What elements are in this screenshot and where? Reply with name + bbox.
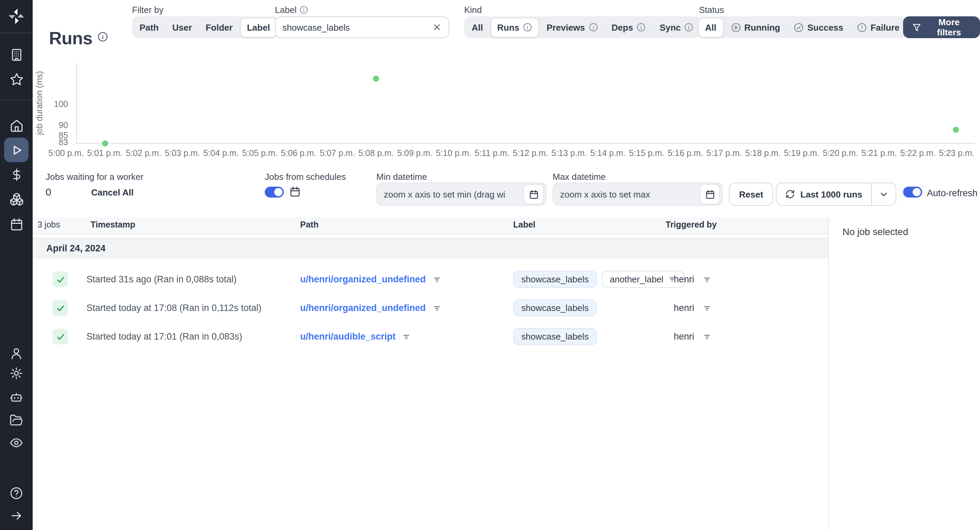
filter-by-user-icon[interactable] [702, 332, 712, 341]
run-path-link[interactable]: u/henri/audible_script [300, 331, 396, 342]
label-chip[interactable]: showcase_labels [513, 328, 597, 345]
chart-data-point[interactable] [953, 126, 959, 132]
x-tick-label: 5:19 p.m. [784, 148, 819, 158]
status-running[interactable]: Running [724, 18, 786, 37]
sidebar-item-resources[interactable] [4, 188, 29, 210]
runs-page: Runs Filter by Path User Folder Label La… [0, 0, 980, 530]
success-status-badge [52, 300, 68, 316]
jobs-count: 3 jobs [37, 220, 60, 230]
x-tick-label: 5:10 p.m. [436, 148, 471, 158]
sidebar-item-schedules[interactable] [4, 213, 29, 235]
folder-open-icon [10, 413, 23, 427]
kind-deps[interactable]: Deps [605, 18, 652, 37]
previews-info-icon[interactable] [588, 22, 598, 32]
x-tick-label: 5:13 p.m. [552, 148, 587, 158]
label-chip[interactable]: showcase_labels [513, 299, 597, 316]
filter-by-label-option[interactable]: Label [240, 18, 277, 37]
sidebar-item-favorites[interactable] [4, 68, 29, 90]
check-icon [56, 275, 65, 284]
auto-refresh-toggle[interactable] [903, 187, 922, 198]
refresh-runs-button[interactable]: Last 1000 runs [776, 183, 871, 205]
x-tick-label: 5:22 p.m. [900, 148, 935, 158]
auto-refresh-label: Auto-refresh [927, 188, 978, 198]
filter-by-user[interactable]: User [166, 18, 198, 37]
filter-by-folder[interactable]: Folder [199, 18, 239, 37]
chart-data-point[interactable] [102, 140, 108, 146]
col-triggered-by: Triggered by [666, 220, 717, 230]
status-success[interactable]: Success [788, 18, 850, 37]
label-info-icon[interactable] [299, 5, 308, 14]
run-path-link[interactable]: u/henri/organized_undefined [300, 303, 426, 313]
x-tick-label: 5:17 p.m. [706, 148, 742, 158]
sidebar-item-users[interactable] [4, 343, 29, 364]
label-chip[interactable]: another_label [601, 271, 685, 288]
runs-info-icon[interactable] [97, 32, 108, 43]
x-tick-label: 5:08 p.m. [358, 148, 394, 158]
table-row[interactable]: Started 31s ago (Ran in 0,088s total) u/… [33, 265, 828, 294]
runs-kind-info-icon[interactable] [523, 22, 532, 32]
deps-info-icon[interactable] [637, 22, 646, 32]
label-filter-input[interactable] [275, 22, 432, 32]
runs-limit-dropdown-button[interactable] [872, 183, 896, 205]
cancel-all-button[interactable]: Cancel All [91, 187, 134, 198]
sync-info-icon[interactable] [684, 22, 694, 32]
filter-by-path-icon[interactable] [432, 275, 441, 284]
kind-all[interactable]: All [466, 18, 489, 37]
table-row[interactable]: Started today at 17:08 (Ran in 0,112s to… [33, 294, 828, 322]
min-datetime-calendar-button[interactable] [523, 184, 544, 204]
help-circle-icon [10, 486, 23, 500]
jobs-from-schedules-toggle[interactable] [265, 187, 284, 198]
status-all[interactable]: All [698, 18, 723, 37]
kind-sync[interactable]: Sync [654, 18, 700, 37]
check-icon [56, 332, 65, 341]
status-failure[interactable]: Failure [851, 18, 905, 37]
sidebar-item-workspace[interactable] [4, 44, 29, 65]
x-tick-label: 5:06 p.m. [281, 148, 316, 158]
sidebar-item-help[interactable] [4, 482, 29, 504]
robot-icon [10, 390, 23, 404]
sidebar-item-settings[interactable] [4, 362, 29, 384]
x-tick-label: 5:18 p.m. [745, 148, 781, 158]
min-datetime-input[interactable]: zoom x axis to set min (drag wi [376, 183, 546, 206]
sidebar-item-runs[interactable] [4, 137, 29, 162]
user-icon [10, 347, 23, 360]
table-row[interactable]: Started today at 17:01 (Ran in 0,083s) u… [33, 322, 828, 351]
kind-previews[interactable]: Previews [540, 18, 604, 37]
sidebar-item-folders[interactable] [4, 409, 29, 431]
x-tick-label: 5:21 p.m. [862, 148, 897, 158]
max-datetime-calendar-button[interactable] [700, 184, 720, 204]
label-filter-input-wrap [275, 16, 449, 38]
more-filters-button[interactable]: More filters [903, 16, 980, 38]
filter-by-user-icon[interactable] [702, 275, 712, 284]
x-axis-labels: 5:00 p.m.5:01 p.m.5:02 p.m.5:03 p.m.5:04… [48, 148, 975, 158]
filter-by-user-icon[interactable] [702, 303, 712, 313]
sidebar-item-variables[interactable] [4, 163, 29, 185]
max-datetime-input[interactable]: zoom x axis to set max [553, 183, 723, 206]
y-tick-90: 90 [42, 120, 68, 131]
sidebar-item-home[interactable] [4, 115, 29, 136]
sidebar-expand-button[interactable] [4, 505, 29, 527]
success-status-badge [52, 271, 68, 287]
schedules-calendar-icon[interactable] [289, 186, 301, 198]
run-path-link[interactable]: u/henri/organized_undefined [300, 274, 426, 284]
label-chip[interactable]: showcase_labels [513, 271, 597, 288]
calendar-icon [9, 217, 24, 231]
sidebar-item-audit-logs[interactable] [4, 432, 29, 454]
col-label: Label [513, 220, 535, 230]
workspace-logo[interactable] [0, 0, 33, 34]
kind-runs[interactable]: Runs [490, 18, 539, 37]
x-tick-label: 5:00 p.m. [48, 148, 84, 158]
runs-duration-chart[interactable]: job duration (ms) 100 90 85 83 5:00 p.m.… [33, 42, 980, 170]
reset-button[interactable]: Reset [729, 183, 773, 206]
filter-by-path-icon[interactable] [402, 332, 411, 341]
triggered-by-user: henri [674, 331, 694, 342]
clear-label-icon[interactable] [432, 22, 442, 32]
filter-by-path-icon[interactable] [432, 303, 441, 313]
boxes-icon [9, 192, 24, 206]
filter-by-path[interactable]: Path [134, 18, 165, 37]
eye-icon [10, 436, 23, 450]
no-job-selected-text: No job selected [843, 226, 980, 237]
chart-data-point[interactable] [373, 76, 379, 82]
sidebar-item-workers[interactable] [4, 386, 29, 408]
refresh-icon [785, 189, 795, 199]
